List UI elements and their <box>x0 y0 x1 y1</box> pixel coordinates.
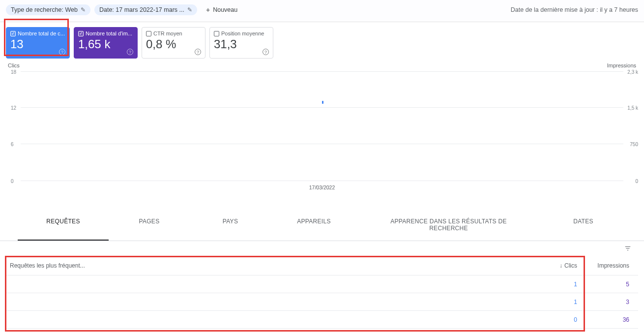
y-tick: 2,3 k <box>627 69 638 75</box>
last-update-text: Date de la dernière mise à jour : il y a… <box>511 6 638 13</box>
new-filter-label: Nouveau <box>213 6 237 13</box>
metric-label: CTR moyen <box>153 30 182 36</box>
pencil-icon: ✎ <box>187 6 192 13</box>
filter-chip-label: Date: 17 mars 2022-17 mars ... <box>99 6 184 13</box>
metric-card-impressions[interactable]: ✓ Nombre total d'im... 1,65 k ? <box>74 27 138 59</box>
tab-pages[interactable]: PAGES <box>109 210 190 241</box>
plus-icon: + <box>206 6 210 14</box>
data-table: Requêtes les plus fréquent... ↓ Clics Im… <box>6 256 638 329</box>
metric-card-position[interactable]: Position moyenne 31,3 ? <box>209 27 273 59</box>
metric-value: 0,8 % <box>146 37 201 51</box>
cell-impressions: 36 <box>586 316 638 323</box>
tab-apparence[interactable]: APPARENCE DANS LES RÉSULTATS DE RECHERCH… <box>357 210 540 241</box>
help-icon[interactable]: ? <box>59 49 65 55</box>
table-row[interactable]: 0 36 <box>6 311 638 329</box>
table-toolbar <box>0 241 644 256</box>
arrow-down-icon: ↓ <box>559 262 562 269</box>
table-row[interactable]: 1 5 <box>6 275 638 293</box>
col-header-query[interactable]: Requêtes les plus fréquent... <box>6 262 534 269</box>
y-tick: 1,5 k <box>627 105 638 111</box>
cell-impressions: 3 <box>586 299 638 305</box>
chart-grid: 182,3 k 121,5 k 6750 00 <box>21 71 623 181</box>
tab-dates[interactable]: DATES <box>540 210 626 241</box>
filter-bar: Type de recherche: Web ✎ Date: 17 mars 2… <box>0 0 644 22</box>
y-tick: 750 <box>630 141 638 147</box>
metric-label: Nombre total de c... <box>18 30 65 36</box>
metric-card-clicks[interactable]: ✓ Nombre total de c... 13 ? <box>6 27 70 59</box>
cell-clicks: 0 <box>534 316 586 323</box>
col-header-clicks-label: Clics <box>564 262 577 269</box>
y-axis-left-label: Clics <box>8 62 20 68</box>
y-tick: 0 <box>11 179 14 184</box>
y-axis-right-label: Impressions <box>607 62 636 68</box>
metric-value: 31,3 <box>214 37 269 51</box>
cell-clicks: 1 <box>534 299 586 305</box>
y-tick: 6 <box>11 141 14 147</box>
tabs: REQUÊTES PAGES PAYS APPAREILS APPARENCE … <box>0 210 644 241</box>
cell-clicks: 1 <box>534 281 586 288</box>
chart-area: Clics Impressions 182,3 k 121,5 k 6750 0… <box>6 62 638 195</box>
table-header-row: Requêtes les plus fréquent... ↓ Clics Im… <box>6 256 638 275</box>
checkbox-icon <box>146 31 151 36</box>
metric-value: 13 <box>10 37 65 51</box>
pencil-icon: ✎ <box>81 6 86 13</box>
checkbox-icon: ✓ <box>78 31 84 36</box>
col-header-impressions[interactable]: Impressions <box>586 262 638 269</box>
x-tick: 17/03/2022 <box>309 184 335 190</box>
tab-requetes[interactable]: REQUÊTES <box>18 210 109 241</box>
y-tick: 0 <box>635 179 638 184</box>
filter-chip-search-type[interactable]: Type de recherche: Web ✎ <box>6 4 90 15</box>
new-filter-button[interactable]: + Nouveau <box>201 4 242 16</box>
metrics-row: ✓ Nombre total de c... 13 ? ✓ Nombre tot… <box>0 22 644 59</box>
checkbox-icon: ✓ <box>10 31 16 36</box>
metric-card-ctr[interactable]: CTR moyen 0,8 % ? <box>142 27 205 59</box>
cell-impressions: 5 <box>586 281 638 288</box>
filter-chip-label: Type de recherche: Web <box>11 6 78 13</box>
metric-label: Nombre total d'im... <box>86 30 132 36</box>
help-icon[interactable]: ? <box>263 49 269 55</box>
tab-appareils[interactable]: APPAREILS <box>271 210 357 241</box>
help-icon[interactable]: ? <box>127 49 133 55</box>
data-point <box>322 101 323 104</box>
y-tick: 18 <box>11 69 16 75</box>
y-tick: 12 <box>11 105 16 111</box>
filter-chip-date[interactable]: Date: 17 mars 2022-17 mars ... ✎ <box>94 4 197 15</box>
tab-pays[interactable]: PAYS <box>190 210 271 241</box>
col-header-clicks[interactable]: ↓ Clics <box>534 262 586 269</box>
metric-label: Position moyenne <box>221 30 264 36</box>
filter-icon[interactable] <box>623 245 632 252</box>
checkbox-icon <box>214 31 219 36</box>
metric-value: 1,65 k <box>78 37 133 51</box>
table-row[interactable]: 1 3 <box>6 293 638 311</box>
help-icon[interactable]: ? <box>195 49 201 55</box>
